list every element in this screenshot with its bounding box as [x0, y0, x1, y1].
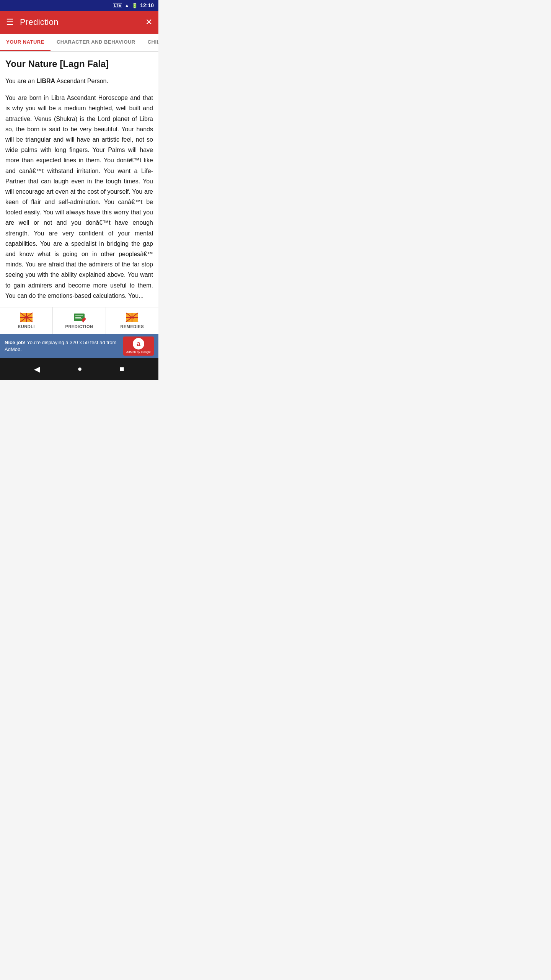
lte-badge: LTE: [113, 3, 122, 8]
toolbar: ☰ Prediction ✕: [0, 11, 158, 34]
kundli-icon: [20, 312, 33, 323]
section-title: Your Nature [Lagn Fala]: [5, 58, 153, 70]
nav-kundli-label: KUNDLI: [18, 324, 35, 329]
time-display: 12:10: [140, 2, 154, 8]
svg-rect-15: [134, 318, 138, 322]
content-area: Your Nature [Lagn Fala] You are an LIBRA…: [0, 52, 158, 307]
nav-remedies[interactable]: REMEDIES: [106, 307, 158, 334]
subtitle-text: You are an LIBRA Ascendant Person.: [5, 77, 153, 86]
subtitle-bold: LIBRA: [36, 78, 55, 84]
subtitle-prefix: You are an: [5, 78, 36, 84]
subtitle-suffix: Ascendant Person.: [55, 78, 108, 84]
hamburger-icon[interactable]: ☰: [6, 17, 14, 27]
bottom-nav: KUNDLI PREDICTION REMEDIES: [0, 307, 158, 334]
toolbar-left: ☰ Prediction: [6, 17, 59, 27]
close-icon[interactable]: ✕: [145, 17, 152, 27]
toolbar-title: Prediction: [20, 17, 59, 27]
tab-bar: YOUR NATURE CHARACTER AND BEHAVIOUR CHIL…: [0, 34, 158, 52]
ad-text-area: Nice job! You're displaying a 320 x 50 t…: [5, 339, 119, 353]
ad-bold-text: Nice job!: [5, 340, 26, 345]
admob-logo-text: AdMob by Google: [126, 350, 151, 354]
recents-button[interactable]: ■: [120, 364, 124, 373]
body-text: You are born in Libra Ascendant Horoscop…: [5, 93, 153, 301]
ad-text: Nice job! You're displaying a 320 x 50 t…: [5, 339, 119, 353]
nav-prediction-label: PREDICTION: [65, 324, 93, 329]
nav-kundli[interactable]: KUNDLI: [0, 307, 53, 334]
status-bar: LTE ▲ 🔋 12:10: [0, 0, 158, 11]
battery-icon: 🔋: [132, 3, 138, 8]
remedies-icon: [125, 312, 139, 323]
tab-your-nature[interactable]: YOUR NATURE: [0, 34, 51, 51]
android-nav-bar: ◀ ● ■: [0, 358, 158, 380]
home-button[interactable]: ●: [77, 364, 82, 373]
back-button[interactable]: ◀: [34, 364, 40, 374]
ad-logo-area[interactable]: a AdMob by Google: [123, 336, 154, 356]
tab-character[interactable]: CHARACTER AND BEHAVIOUR: [51, 34, 142, 51]
signal-icon: ▲: [124, 3, 129, 8]
ad-banner: Nice job! You're displaying a 320 x 50 t…: [0, 334, 158, 358]
prediction-icon: [72, 312, 86, 323]
nav-remedies-label: REMEDIES: [121, 324, 144, 329]
tab-childhood[interactable]: CHILDHOOD: [142, 34, 158, 51]
nav-prediction[interactable]: PREDICTION: [53, 307, 106, 334]
admob-logo-icon: a: [133, 338, 144, 350]
